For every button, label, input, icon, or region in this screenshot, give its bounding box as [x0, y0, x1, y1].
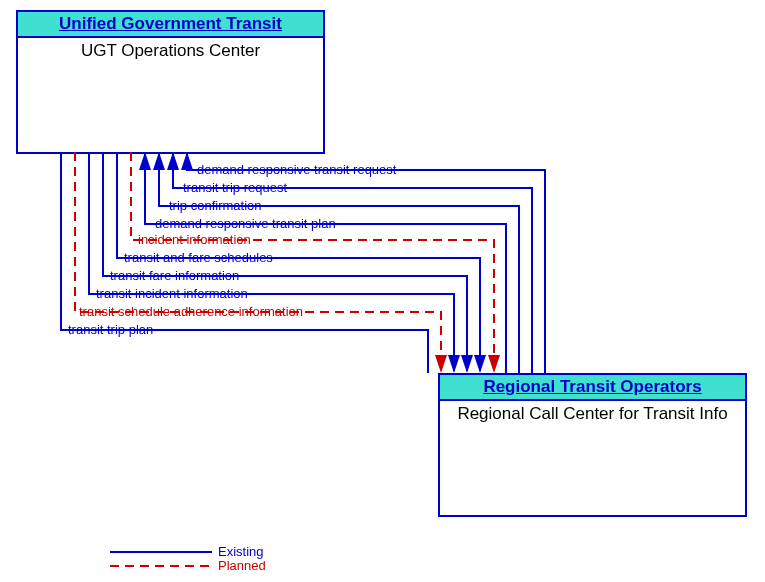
flow-trip-confirmation: trip confirmation: [169, 198, 261, 213]
flow-schedule-adherence: transit schedule adherence information: [79, 304, 303, 319]
flow-transit-trip-request: transit trip request: [183, 180, 287, 195]
legend-planned: Planned: [218, 558, 266, 573]
flow-incident-information: incident information: [138, 232, 251, 247]
flow-demand-responsive-plan: demand responsive transit plan: [155, 216, 336, 231]
flow-demand-responsive-request: demand responsive transit request: [197, 162, 396, 177]
flow-transit-fare-information: transit fare information: [110, 268, 239, 283]
flow-transit-fare-schedules: transit and fare schedules: [124, 250, 273, 265]
flow-transit-trip-plan: transit trip plan: [68, 322, 153, 337]
flow-transit-incident-information: transit incident information: [96, 286, 248, 301]
legend-existing: Existing: [218, 544, 264, 559]
